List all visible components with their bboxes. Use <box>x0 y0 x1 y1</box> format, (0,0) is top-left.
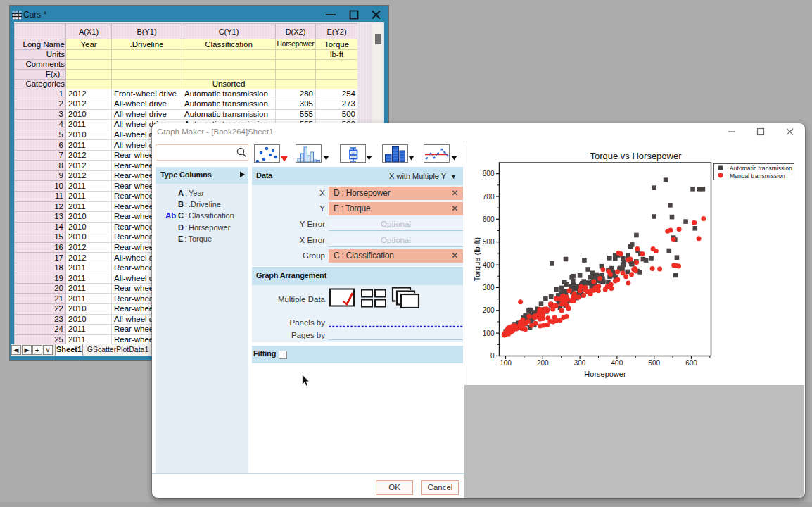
svg-text:Torque (lb-ft): Torque (lb-ft) <box>473 237 481 281</box>
svg-text:100: 100 <box>500 359 512 367</box>
svg-text:500: 500 <box>648 359 660 367</box>
svg-text:400: 400 <box>611 359 623 367</box>
svg-text:300: 300 <box>483 284 495 292</box>
svg-text:600: 600 <box>685 359 697 367</box>
svg-text:700: 700 <box>483 193 495 201</box>
svg-text:200: 200 <box>483 306 495 314</box>
svg-text:500: 500 <box>483 238 495 246</box>
svg-text:300: 300 <box>574 359 586 367</box>
svg-text:Horsepower: Horsepower <box>584 370 626 378</box>
svg-text:Torque vs Horsepower: Torque vs Horsepower <box>590 151 682 161</box>
svg-text:0: 0 <box>490 352 495 360</box>
svg-text:Manual transmission: Manual transmission <box>730 173 785 180</box>
svg-text:600: 600 <box>483 215 495 223</box>
svg-text:800: 800 <box>483 170 495 177</box>
svg-text:200: 200 <box>537 359 549 367</box>
svg-text:Automatic transmission: Automatic transmission <box>730 165 792 172</box>
svg-text:400: 400 <box>483 261 495 269</box>
svg-text:100: 100 <box>483 330 495 337</box>
